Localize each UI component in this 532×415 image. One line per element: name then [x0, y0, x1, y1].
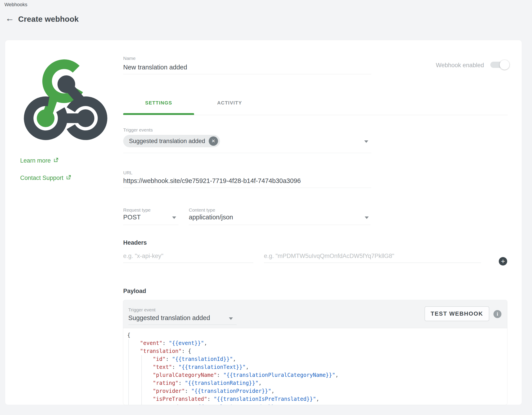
logo-node-green [37, 109, 55, 127]
payload-trigger-event-label: Trigger event [128, 307, 156, 313]
chip-remove-icon[interactable]: ✕ [209, 136, 218, 146]
payload-trigger-event-dropdown-arrow-icon[interactable] [229, 317, 233, 320]
chip-label: Suggested translation added [129, 138, 205, 145]
request-type-underline [123, 225, 179, 225]
external-link-icon [53, 157, 59, 164]
tab-activity[interactable]: ACTIVITY [194, 100, 265, 106]
webhook-logo [21, 56, 110, 145]
content-type-label: Content type [189, 208, 215, 213]
add-header-button[interactable]: + [499, 257, 507, 266]
url-label: URL [123, 170, 133, 176]
info-icon[interactable]: i [494, 310, 501, 318]
payload-panel: Trigger event Suggested translation adde… [123, 300, 507, 405]
header-key-input[interactable] [123, 253, 253, 263]
back-button[interactable]: ← [5, 14, 14, 23]
contact-support-label: Contact Support [20, 175, 63, 181]
tabs-divider [123, 115, 508, 115]
code-line: { [127, 331, 507, 339]
code-line: "pluralCategoryName": "{{translationPlur… [127, 371, 507, 379]
payload-trigger-event-select[interactable]: Suggested translation added [128, 314, 210, 322]
contact-support-link[interactable]: Contact Support [20, 175, 71, 181]
page-title: Create webhook [18, 15, 79, 23]
learn-more-label: Learn more [20, 157, 51, 164]
name-input[interactable] [123, 64, 371, 74]
content-type-underline [189, 225, 370, 225]
code-line: "id": "{{translationId}}", [127, 355, 507, 363]
test-webhook-button[interactable]: TEST WEBHOOK [425, 306, 489, 321]
request-type-dropdown-arrow-icon[interactable] [172, 217, 176, 219]
external-link-icon [66, 175, 71, 181]
payload-trigger-event-underline [128, 325, 237, 325]
learn-more-link[interactable]: Learn more [20, 157, 59, 164]
toggle-thumb [500, 60, 509, 70]
payload-title: Payload [123, 288, 146, 295]
trigger-events-dropdown-arrow-icon[interactable] [364, 140, 368, 143]
code-line: "createdAt": "{{translationCreatedAt}}", [127, 403, 507, 405]
payload-code[interactable]: { "event": "{{event}}", "translation": {… [123, 328, 507, 405]
breadcrumb[interactable]: Webhooks [4, 2, 28, 8]
webhook-enabled-toggle[interactable] [490, 62, 508, 68]
headers-title: Headers [123, 239, 147, 246]
create-webhook-screen: Webhooks ← Create webhook Learn more [0, 0, 532, 415]
content-type-dropdown-arrow-icon[interactable] [365, 217, 369, 219]
request-type-select[interactable]: POST [123, 214, 141, 221]
trigger-events-underline [123, 153, 371, 153]
code-line: "provider": "{{translationProvider}}", [127, 387, 507, 395]
code-line: "translation": { [127, 347, 507, 355]
request-type-label: Request type [123, 208, 151, 213]
tab-settings[interactable]: SETTINGS [123, 100, 194, 106]
content-type-select[interactable]: application/json [189, 214, 233, 221]
header-value-input[interactable] [264, 253, 481, 263]
webhook-enabled-label: Webhook enabled [436, 62, 484, 69]
code-line: "isPreTranslated": "{{translationIsPreTr… [127, 395, 507, 403]
code-line: "text": "{{translationText}}", [127, 363, 507, 371]
name-label: Name [123, 56, 136, 61]
code-line: "event": "{{event}}", [127, 339, 507, 347]
trigger-event-chip[interactable]: Suggested translation added ✕ [123, 135, 220, 147]
code-indent-guide [128, 339, 129, 405]
url-input[interactable] [123, 177, 371, 188]
code-line: "rating": "{{translationRating}}", [127, 379, 507, 387]
code-indent-guide [141, 355, 142, 405]
trigger-events-label: Trigger events [123, 127, 153, 133]
